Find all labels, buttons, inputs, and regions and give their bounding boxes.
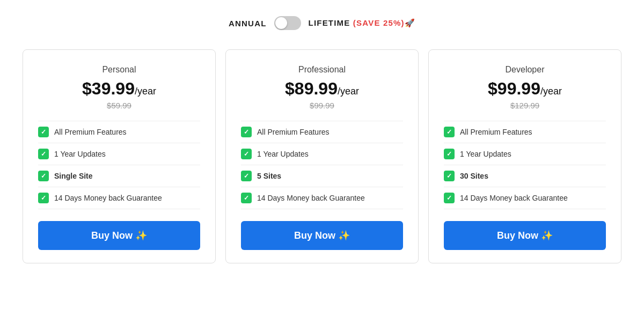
feature-text: 1 Year Updates <box>460 150 511 158</box>
toggle-thumb <box>275 17 287 29</box>
feature-item: 5 Sites <box>241 165 403 187</box>
check-icon <box>241 149 252 159</box>
features-list-developer: All Premium Features1 Year Updates30 Sit… <box>444 121 606 209</box>
plan-price-professional: $89.99/year <box>241 79 403 99</box>
feature-item: 30 Sites <box>444 165 606 187</box>
card-developer: Developer$99.99/year$129.99All Premium F… <box>428 49 621 263</box>
card-personal: Personal$39.99/year$59.99All Premium Fea… <box>23 49 216 263</box>
feature-text: 1 Year Updates <box>54 150 106 158</box>
features-list-personal: All Premium Features1 Year UpdatesSingle… <box>38 121 200 209</box>
plan-original-developer: $129.99 <box>444 101 606 110</box>
check-icon <box>38 149 49 159</box>
feature-item: All Premium Features <box>38 121 200 143</box>
feature-text: 5 Sites <box>257 172 281 180</box>
feature-text: 14 Days Money back Guarantee <box>460 194 568 202</box>
plan-name-personal: Personal <box>38 65 200 75</box>
lifetime-label: LIFETIME (SAVE 25%)🚀 <box>309 18 415 28</box>
plan-original-professional: $99.99 <box>241 101 403 110</box>
plan-name-professional: Professional <box>241 65 403 75</box>
feature-item: 14 Days Money back Guarantee <box>38 187 200 209</box>
save-badge: (SAVE 25%)🚀 <box>353 18 415 27</box>
plan-name-developer: Developer <box>444 65 606 75</box>
feature-text: 14 Days Money back Guarantee <box>54 194 162 202</box>
check-icon <box>241 193 252 203</box>
buy-button-professional[interactable]: Buy Now ✨ <box>241 221 403 250</box>
feature-item: 1 Year Updates <box>444 143 606 165</box>
check-icon <box>241 171 252 181</box>
buy-button-developer[interactable]: Buy Now ✨ <box>444 221 606 250</box>
feature-text: All Premium Features <box>460 128 532 136</box>
check-icon <box>38 127 49 137</box>
feature-item: 1 Year Updates <box>38 143 200 165</box>
billing-toggle-row: ANNUAL LIFETIME (SAVE 25%)🚀 <box>229 16 415 30</box>
feature-item: 14 Days Money back Guarantee <box>444 187 606 209</box>
feature-text: 1 Year Updates <box>257 150 309 158</box>
feature-item: All Premium Features <box>444 121 606 143</box>
check-icon <box>241 127 252 137</box>
feature-text: Single Site <box>54 172 93 180</box>
plan-price-personal: $39.99/year <box>38 79 200 99</box>
feature-text: 30 Sites <box>460 172 488 180</box>
plan-price-developer: $99.99/year <box>444 79 606 99</box>
feature-text: 14 Days Money back Guarantee <box>257 194 365 202</box>
annual-label: ANNUAL <box>229 19 267 28</box>
buy-button-personal[interactable]: Buy Now ✨ <box>38 221 200 250</box>
features-list-professional: All Premium Features1 Year Updates5 Site… <box>241 121 403 209</box>
check-icon <box>444 193 455 203</box>
billing-toggle[interactable] <box>274 16 301 30</box>
plan-original-personal: $59.99 <box>38 101 200 110</box>
check-icon <box>38 193 49 203</box>
feature-text: All Premium Features <box>54 128 127 136</box>
pricing-cards: Personal$39.99/year$59.99All Premium Fea… <box>16 49 628 263</box>
card-professional: Professional$89.99/year$99.99All Premium… <box>225 49 419 263</box>
check-icon <box>444 127 455 137</box>
feature-text: All Premium Features <box>257 128 330 136</box>
feature-item: 14 Days Money back Guarantee <box>241 187 403 209</box>
check-icon <box>444 171 455 181</box>
check-icon <box>444 149 455 159</box>
feature-item: Single Site <box>38 165 200 187</box>
feature-item: 1 Year Updates <box>241 143 403 165</box>
feature-item: All Premium Features <box>241 121 403 143</box>
check-icon <box>38 171 49 181</box>
